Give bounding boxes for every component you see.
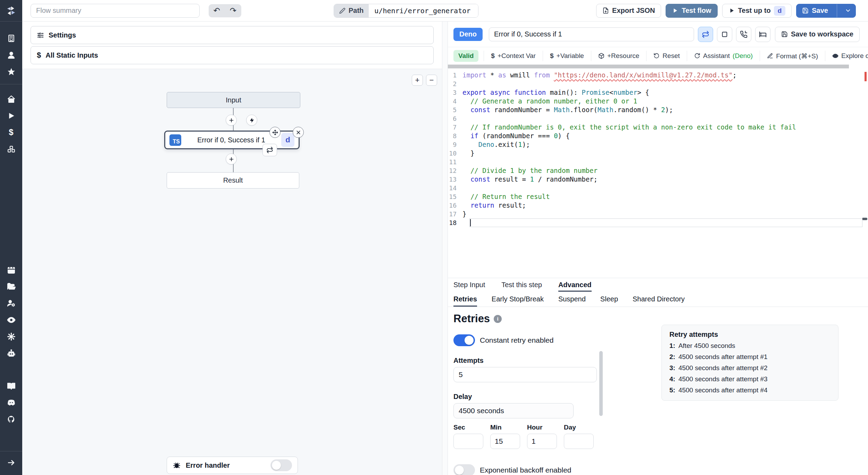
sidebar-item-docs[interactable] [3, 377, 19, 394]
toolbar-resource-button[interactable]: +Resource [591, 51, 646, 61]
sidebar-item-resources[interactable] [3, 141, 19, 157]
delay-input[interactable] [453, 403, 574, 418]
toolbar-assistant-button[interactable]: Assistant (Deno) [687, 51, 760, 61]
sidebar-item-folders[interactable] [3, 278, 19, 295]
add-trigger-button[interactable] [246, 115, 257, 126]
subtab-suspend[interactable]: Suspend [558, 292, 586, 307]
flow-summary-input[interactable] [31, 4, 200, 18]
step-title-input[interactable] [489, 27, 694, 41]
code-line-6[interactable]: 6 [448, 114, 868, 123]
sidebar-item-github[interactable] [3, 411, 19, 427]
constant-retry-toggle[interactable] [453, 334, 475, 346]
zoom-in-button[interactable]: + [412, 75, 423, 86]
code-editor[interactable]: 1import * as wmill from "https://deno.la… [448, 68, 868, 275]
add-step-button[interactable] [226, 115, 237, 126]
code-line-3[interactable]: 3export async function main(): Promise<n… [448, 88, 868, 97]
sidebar-item-groups[interactable] [3, 295, 19, 311]
sidebar-item-workspace[interactable] [3, 30, 19, 47]
toolbar-explore-other-s-button[interactable]: Explore other s [825, 51, 868, 61]
test-up-to-button[interactable]: Test up to d [722, 4, 792, 18]
windmill-logo[interactable] [0, 0, 22, 22]
add-step-button[interactable] [226, 153, 237, 165]
toolbar-variable-button[interactable]: $+Variable [543, 51, 591, 61]
retries-scrollbar[interactable] [599, 351, 603, 416]
day-input[interactable] [564, 434, 594, 449]
code-line-1[interactable]: 1import * as wmill from "https://deno.la… [448, 71, 868, 80]
sidebar-item-user[interactable] [3, 47, 19, 63]
step-retry-badge[interactable] [262, 144, 277, 156]
repeat-button[interactable] [698, 27, 713, 42]
subtab-early-stop-break[interactable]: Early Stop/Break [492, 292, 544, 307]
subtab-shared-directory[interactable]: Shared Directory [633, 292, 685, 307]
pane-resizer[interactable] [442, 22, 448, 475]
sidebar-item-favorites[interactable] [3, 63, 19, 80]
path-field[interactable]: Path u/henri/error_generator [334, 4, 478, 18]
redo-button[interactable]: ↷ [230, 7, 236, 15]
undo-button[interactable]: ↶ [214, 7, 220, 15]
info-icon[interactable]: i [494, 315, 502, 323]
sidebar-item-schedules[interactable] [3, 261, 19, 278]
code-line-8[interactable]: 8 if (randomNumber === 0) { [448, 132, 868, 140]
hour-input[interactable] [527, 434, 557, 449]
flow-input-node[interactable]: Input [167, 92, 300, 108]
editor-horizontal-scrollbar[interactable] [448, 65, 868, 68]
save-button[interactable]: Save [796, 4, 856, 18]
sidebar-item-workers[interactable] [3, 345, 19, 361]
delete-step-button[interactable] [293, 127, 304, 138]
test-flow-button[interactable]: Test flow [666, 4, 717, 18]
sidebar-item-discord[interactable] [3, 394, 19, 411]
toolbar-format-s-button[interactable]: Format (⌘+S) [760, 51, 825, 61]
topbar: ↶ ↷ Path u/henri/error_generator Export … [22, 0, 868, 22]
move-step-handle[interactable] [269, 127, 281, 138]
code-line-11[interactable]: 11 [448, 158, 868, 166]
flow-result-node[interactable]: Result [167, 172, 299, 189]
code-line-2[interactable]: 2 [448, 80, 868, 88]
flow-settings-button[interactable]: Settings [31, 26, 434, 44]
zoom-out-button[interactable]: − [426, 75, 437, 86]
code-line-18[interactable]: 18 [448, 218, 868, 227]
square-button[interactable] [717, 27, 732, 42]
retry-attempt-row: 4:4500 seconds after attempt #3 [669, 375, 831, 383]
code-line-5[interactable]: 5 const randomNumber = Math.floor(Math.r… [448, 106, 868, 114]
line-number: 14 [448, 184, 462, 192]
toolbar-reset-button[interactable]: Reset [646, 51, 687, 61]
tab-advanced[interactable]: Advanced [558, 278, 592, 292]
attempts-input[interactable] [453, 367, 597, 382]
exponential-backoff-toggle[interactable] [453, 464, 475, 475]
phone-incoming-button[interactable] [736, 27, 751, 42]
save-to-workspace-button[interactable]: Save to workspace [775, 27, 860, 42]
expand-sidebar-button[interactable] [3, 454, 19, 471]
export-json-button[interactable]: Export JSON [596, 4, 661, 18]
sidebar-item-runs[interactable] [3, 107, 19, 124]
code-line-14[interactable]: 14 [448, 184, 868, 192]
error-handler-toggle[interactable] [270, 459, 292, 471]
toolbar-context-var-button[interactable]: $+Context Var [484, 51, 543, 61]
line-number: 7 [448, 123, 462, 132]
flow-canvas[interactable]: + − Input TS [22, 69, 442, 475]
retries-panel: Retries i Constant retry enabled Attempt… [448, 307, 868, 475]
code-line-9[interactable]: 9 Deno.exit(1); [448, 140, 868, 149]
all-static-inputs-button[interactable]: $ All Static Inputs [31, 46, 434, 64]
code-line-17[interactable]: 17} [448, 210, 868, 218]
tab-step-input[interactable]: Step Input [453, 278, 485, 292]
code-line-12[interactable]: 12 // Divide 1 by the random number [448, 166, 868, 175]
sidebar-item-settings[interactable] [3, 328, 19, 345]
tab-test-this-step[interactable]: Test this step [501, 278, 542, 292]
subtab-sleep[interactable]: Sleep [600, 292, 618, 307]
line-number: 2 [448, 80, 462, 88]
code-line-15[interactable]: 15 // Return the result [448, 192, 868, 201]
sec-input[interactable] [453, 434, 483, 449]
code-line-7[interactable]: 7 // If randomNumber is 0, exit the scri… [448, 123, 868, 132]
sidebar-item-audit-logs[interactable] [3, 311, 19, 328]
min-input[interactable] [490, 434, 520, 449]
code-line-16[interactable]: 16 return result; [448, 201, 868, 210]
code-line-10[interactable]: 10 } [448, 149, 868, 158]
code-line-4[interactable]: 4 // Generate a random number, either 0 … [448, 97, 868, 106]
subtab-retries[interactable]: Retries [453, 292, 477, 307]
sidebar-item-home[interactable] [3, 91, 19, 107]
bed-button[interactable] [755, 27, 770, 42]
error-handler-node[interactable]: Error handler [167, 457, 298, 474]
save-dropdown-button[interactable] [840, 4, 856, 17]
sidebar-item-variables[interactable]: $ [3, 124, 19, 141]
code-line-13[interactable]: 13 const result = 1 / randomNumber; [448, 175, 868, 184]
